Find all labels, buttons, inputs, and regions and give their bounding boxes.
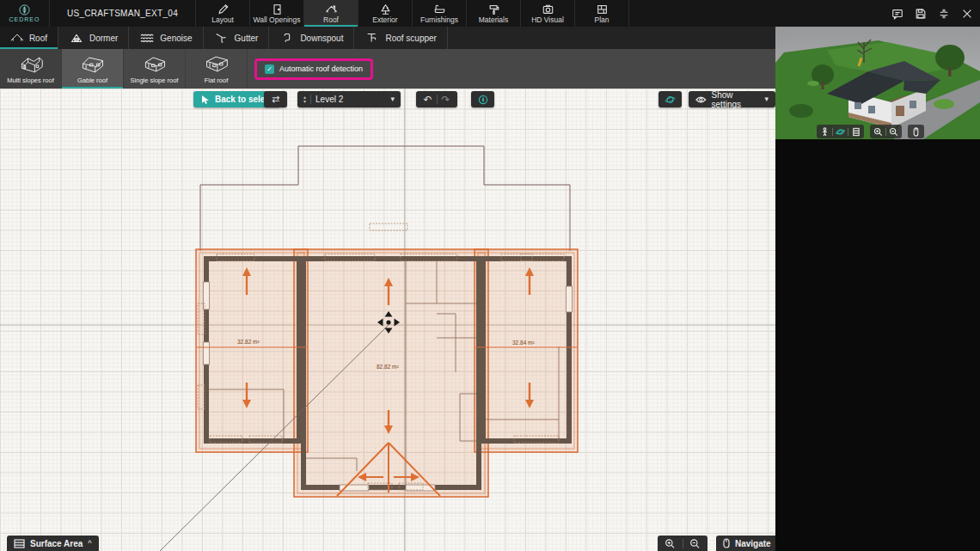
dormer-icon [69, 32, 84, 44]
tab-roof[interactable]: Roof [304, 0, 358, 27]
exit-fullscreen-button[interactable] [936, 6, 952, 21]
cedreo-app: CEDREO US_CRAFTSMAN_EXT_04 Layout Wall O… [0, 0, 980, 551]
chevron-down-icon: ▾ [390, 95, 395, 103]
level-stepper-icon[interactable]: ▴▾ [303, 95, 306, 104]
roof-sub-toolbar: Roof Dormer Genoise Gutter Downspout Roo… [0, 27, 775, 49]
show-settings-button[interactable]: Show settings ▾ [689, 91, 775, 107]
building-outline [200, 146, 570, 251]
tab-furnishings[interactable]: Furnishings [413, 0, 467, 27]
roof-sections[interactable] [196, 249, 578, 497]
level-selector[interactable]: ▴▾ Level 2 ▾ [297, 91, 401, 107]
genoise-icon [139, 32, 155, 44]
walkthrough-person-icon[interactable] [820, 127, 830, 137]
top-bar: CEDREO US_CRAFTSMAN_EXT_04 Layout Wall O… [0, 0, 980, 27]
pan-mouse-icon[interactable] [911, 127, 921, 137]
right-panel [775, 27, 980, 551]
tool-flat-roof[interactable]: Flat roof [186, 49, 248, 89]
level-selector-value: Level 2 [315, 95, 343, 104]
multi-slopes-roof-icon [18, 54, 44, 75]
chevron-down-icon: ▾ [764, 95, 769, 103]
redo-button[interactable]: ↷ [442, 95, 450, 105]
roof-type-toolbar: Multi slopes roof Gable roof Single slop… [0, 49, 775, 89]
area-label-center: 82.82 m² [377, 364, 399, 370]
cedreo-leaf-icon [19, 4, 30, 15]
door-icon [271, 3, 284, 15]
pencil-icon [217, 3, 230, 15]
3d-render [775, 27, 980, 139]
flat-roof-icon [204, 54, 230, 75]
zoom-out-icon[interactable] [889, 127, 898, 137]
orbit-3d-icon [665, 95, 676, 105]
checkbox-checked-icon[interactable]: ✓ [265, 64, 274, 74]
table-icon [14, 539, 25, 548]
3d-preview[interactable] [775, 27, 980, 139]
bathtub-icon [433, 3, 446, 15]
tab-layout[interactable]: Layout [196, 0, 250, 27]
preview-pan-group [908, 125, 924, 138]
automatic-roof-detection-label: Automatic roof detection [279, 64, 363, 73]
subtab-roof[interactable]: Roof [0, 27, 58, 49]
tab-exterior[interactable]: Exterior [358, 0, 413, 27]
compass-icon [478, 95, 488, 105]
subtab-dormer[interactable]: Dormer [58, 27, 129, 49]
comment-icon [891, 8, 903, 20]
cursor-arrow-icon [201, 95, 210, 105]
tab-plan[interactable]: Plan [575, 0, 629, 27]
single-slope-roof-icon [142, 54, 168, 75]
roof-icon [325, 3, 338, 15]
subtab-gutter[interactable]: Gutter [204, 27, 270, 49]
automatic-roof-detection-toggle[interactable]: ✓ Automatic roof detection [254, 58, 373, 80]
save-icon [915, 8, 927, 20]
main-tab-bar: Layout Wall Openings Roof Exterior Furni… [196, 0, 629, 27]
subtab-genoise[interactable]: Genoise [129, 27, 203, 49]
downspout-icon [279, 32, 295, 44]
subtab-downspout[interactable]: Downspout [269, 27, 354, 49]
swap-level-button[interactable]: ⇄ [264, 91, 287, 107]
close-button[interactable] [959, 6, 975, 21]
gable-roof-card-icon [80, 54, 106, 75]
chevron-up-icon: ^ [88, 539, 91, 548]
floors-icon[interactable] [851, 127, 861, 137]
collapse-icon [938, 8, 950, 20]
preview-zoom-group [870, 125, 902, 138]
undo-button[interactable]: ↶ [423, 95, 432, 105]
tool-gable-roof[interactable]: Gable roof [62, 49, 124, 89]
orbit-view-icon[interactable] [836, 127, 845, 137]
close-icon [961, 8, 973, 20]
mouse-icon [723, 538, 730, 548]
eye-icon [695, 95, 707, 104]
camera-icon [542, 3, 554, 15]
zoom-out-icon[interactable] [689, 538, 701, 549]
tool-single-slope-roof[interactable]: Single slope roof [124, 49, 186, 89]
tool-multi-slopes-roof[interactable]: Multi slopes roof [0, 49, 62, 89]
area-label-right: 32.84 m² [512, 340, 535, 346]
tab-hd-visual[interactable]: HD Visual [521, 0, 575, 27]
surface-area-button[interactable]: Surface Area ^ [7, 536, 99, 551]
feedback-button[interactable] [890, 6, 905, 21]
zoom-in-icon[interactable] [873, 127, 883, 137]
tree-icon [379, 3, 392, 15]
roof-plan-drawing: 32.82 m² 82.82 m² 32.84 m² [0, 89, 775, 551]
project-name[interactable]: US_CRAFTSMAN_EXT_04 [50, 0, 196, 27]
app-logo[interactable]: CEDREO [0, 0, 50, 27]
subtab-roof-scupper[interactable]: Roof scupper [354, 27, 447, 49]
plan-canvas[interactable]: 32.82 m² 82.82 m² 32.84 m² Back to selec… [0, 89, 775, 551]
tab-wall-openings[interactable]: Wall Openings [250, 0, 304, 27]
zoom-in-icon[interactable] [665, 538, 676, 549]
save-button[interactable] [913, 6, 928, 21]
paint-roller-icon [487, 3, 500, 15]
rotate-plan-button[interactable] [471, 91, 494, 107]
undo-redo-group: ↶ ↷ [416, 91, 457, 107]
window-controls [890, 0, 975, 27]
swap-icon: ⇄ [272, 95, 279, 104]
toggle-3d-view-button[interactable] [658, 91, 682, 107]
area-label-left: 32.82 m² [237, 339, 260, 345]
gable-roof-icon [10, 32, 24, 44]
view-mode-group [817, 125, 864, 138]
logo-text: CEDREO [9, 16, 40, 22]
navigate-button[interactable]: Navigate ^ [716, 536, 775, 551]
tab-materials[interactable]: Materials [467, 0, 521, 27]
zoom-controls [658, 536, 707, 551]
blueprint-icon [596, 3, 609, 15]
roof-scupper-icon [364, 32, 380, 44]
